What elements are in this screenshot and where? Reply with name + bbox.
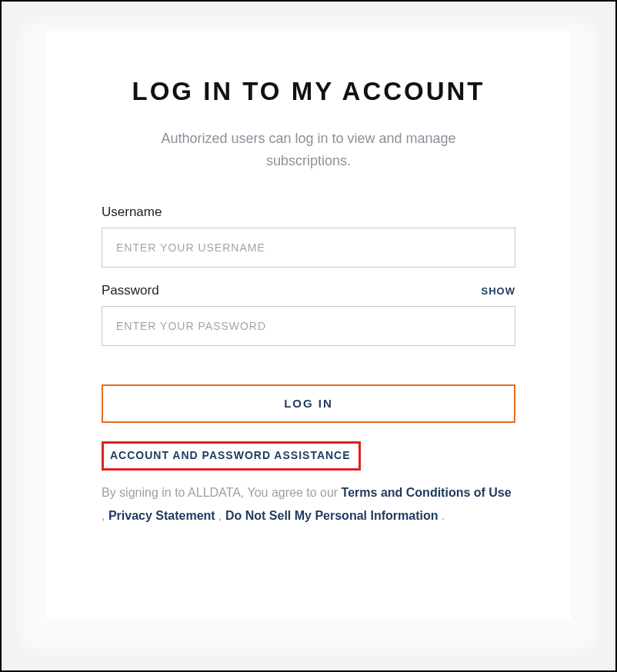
username-field-block: Username [102, 205, 515, 268]
show-password-toggle[interactable]: SHOW [482, 285, 515, 297]
login-button[interactable]: LOG IN [102, 384, 515, 423]
terms-link[interactable]: Terms and Conditions of Use [342, 486, 512, 499]
page-background: LOG IN TO MY ACCOUNT Authorized users ca… [15, 15, 602, 657]
password-label: Password [102, 283, 159, 298]
do-not-sell-link[interactable]: Do Not Sell My Personal Information [225, 509, 438, 522]
legal-sep1: , [102, 509, 108, 522]
legal-prefix: By signing in to ALLDATA, You agree to o… [102, 486, 342, 499]
legal-sep2: , [215, 509, 225, 522]
legal-text: By signing in to ALLDATA, You agree to o… [102, 481, 515, 528]
privacy-link[interactable]: Privacy Statement [108, 509, 215, 522]
legal-suffix: . [438, 509, 445, 522]
username-input[interactable] [102, 228, 515, 268]
assistance-highlight-box: ACCOUNT AND PASSWORD ASSISTANCE [102, 441, 361, 471]
account-assistance-link[interactable]: ACCOUNT AND PASSWORD ASSISTANCE [110, 449, 351, 461]
page-subtitle: Authorized users can log in to view and … [147, 128, 470, 172]
username-label: Username [102, 205, 162, 220]
password-field-block: Password SHOW [102, 283, 515, 346]
page-title: LOG IN TO MY ACCOUNT [102, 77, 515, 106]
login-card: LOG IN TO MY ACCOUNT Authorized users ca… [46, 31, 571, 620]
password-input[interactable] [102, 306, 515, 346]
